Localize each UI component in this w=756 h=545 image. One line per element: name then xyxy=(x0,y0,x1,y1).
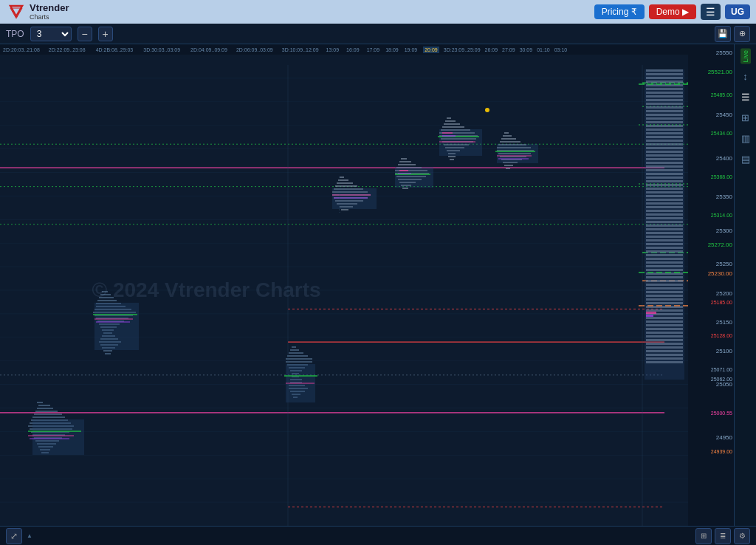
svg-rect-155 xyxy=(503,135,512,137)
time-label: 4D:2B:08..29:03 xyxy=(96,47,134,52)
svg-rect-131 xyxy=(399,170,408,171)
time-label: 26:09 xyxy=(485,47,498,52)
price-label-25128: 25128.00 xyxy=(711,333,732,338)
tpo-profile-5 xyxy=(395,158,433,189)
svg-rect-59 xyxy=(97,300,117,301)
svg-rect-34 xyxy=(37,402,43,403)
main-area: 2D:20:03..21:08 2D:22:09..23:08 4D:2B:08… xyxy=(0,44,756,526)
svg-rect-167 xyxy=(497,144,538,163)
expand-chart-button[interactable]: ⤢ xyxy=(6,528,22,544)
chart-type-grid-button[interactable]: ⊞ xyxy=(695,528,712,544)
time-label: 18:09 xyxy=(385,47,399,52)
price-label-24950: 24950 xyxy=(716,434,732,441)
svg-rect-147 xyxy=(448,156,456,157)
svg-rect-35 xyxy=(38,405,50,406)
chart-canvas: © 2024 Vtrender Charts xyxy=(0,55,688,526)
svg-rect-87 xyxy=(286,361,312,363)
time-label: 2D:20:03..21:08 xyxy=(3,47,40,52)
time-label: 30:09 xyxy=(520,47,533,52)
price-label-24939: 24939.00 xyxy=(711,449,732,454)
price-label-25272: 25272.00 xyxy=(708,241,732,248)
price-label-25300: 25300 xyxy=(716,227,732,234)
chart-list-button[interactable]: ≣ xyxy=(715,528,731,544)
price-label-25314: 25314.00 xyxy=(711,213,732,218)
chart-coords: ▲ xyxy=(27,532,32,539)
svg-rect-120 xyxy=(399,161,411,162)
chart-area[interactable]: 2D:20:03..21:08 2D:22:09..23:08 4D:2B:08… xyxy=(0,44,688,526)
save-icon-button[interactable]: 💾 xyxy=(715,26,731,42)
chart-svg xyxy=(0,55,688,526)
user-button[interactable]: UG xyxy=(725,4,750,19)
svg-rect-106 xyxy=(335,185,357,187)
svg-rect-76 xyxy=(103,350,112,352)
price-label-25485: 25485.00 xyxy=(711,92,732,97)
price-label-25368: 25368.00 xyxy=(711,174,732,179)
chart-settings-button[interactable]: ⚙ xyxy=(734,528,750,544)
time-axis: 2D:20:03..21:08 2D:22:09..23:08 4D:2B:08… xyxy=(0,44,688,55)
time-label: 3D:30:03..03:09 xyxy=(143,47,180,52)
time-label: 3D:10:09..12:09 xyxy=(282,47,319,52)
svg-rect-38 xyxy=(34,414,62,415)
svg-rect-137 xyxy=(442,126,464,128)
svg-rect-115 xyxy=(332,188,377,209)
tpo-profile-6 xyxy=(438,117,482,160)
sidebar-icon-grid2h[interactable]: ▥ xyxy=(738,131,754,147)
price-label-25150: 25150 xyxy=(716,319,732,326)
tpo-profile-2 xyxy=(93,291,139,354)
price-label-25200: 25200 xyxy=(716,290,732,297)
svg-rect-148 xyxy=(450,159,454,160)
chart-toolbar: TPO 3 5 10 15 30 − + 💾 ⊕ xyxy=(0,24,756,44)
topbar-right: Pricing ₹ Demo ▶ ☰ UG xyxy=(594,4,750,20)
time-label: 3D:23:09..25:09 xyxy=(444,47,481,52)
crosshair-icon-button[interactable]: ⊕ xyxy=(734,26,750,42)
svg-rect-83 xyxy=(290,349,299,351)
logo-subtext: Charts xyxy=(30,13,69,21)
price-label-25071: 25071.00 xyxy=(711,367,732,372)
svg-rect-36 xyxy=(37,408,53,409)
svg-rect-152 xyxy=(442,132,453,134)
svg-rect-257 xyxy=(646,315,653,317)
demo-button[interactable]: Demo ▶ xyxy=(649,4,696,19)
tpo-profile-3 xyxy=(284,346,317,402)
live-badge[interactable]: Live xyxy=(740,49,751,64)
tpo-period-select[interactable]: 3 5 10 15 30 xyxy=(30,27,72,41)
time-label: 01:10 xyxy=(537,47,550,52)
price-label-25250: 25250 xyxy=(716,261,732,267)
time-label: 19:09 xyxy=(405,47,418,52)
svg-rect-129 xyxy=(402,188,408,189)
svg-rect-103 xyxy=(340,176,344,178)
tpo-profile-4 xyxy=(332,176,377,213)
price-label-25100: 25100 xyxy=(716,348,732,354)
price-label-25230: 25230.00 xyxy=(708,270,732,277)
svg-rect-39 xyxy=(32,417,65,418)
sidebar-icon-menu[interactable]: ☰ xyxy=(738,89,754,106)
svg-rect-119 xyxy=(401,158,407,160)
time-label: 16:09 xyxy=(346,47,360,52)
svg-rect-86 xyxy=(286,358,312,360)
tpo-increase-button[interactable]: + xyxy=(98,27,113,41)
price-label-25050: 25050 xyxy=(716,381,732,388)
svg-rect-114 xyxy=(341,209,348,210)
price-label-25350: 25350 xyxy=(716,193,732,200)
svg-rect-156 xyxy=(501,138,516,140)
sidebar-icon-arrows[interactable]: ↕ xyxy=(738,69,754,85)
logo-text: Vtrender xyxy=(30,3,69,13)
svg-rect-82 xyxy=(292,346,296,348)
menu-button[interactable]: ☰ xyxy=(701,4,721,20)
toolbar-right: 💾 ⊕ xyxy=(715,26,750,42)
vtrender-logo-icon xyxy=(6,3,27,21)
pricing-button[interactable]: Pricing ₹ xyxy=(594,4,645,19)
price-label-25185: 25185.00 xyxy=(711,300,732,305)
svg-rect-165 xyxy=(504,165,513,166)
right-sidebar: Live ↕ ☰ ⊞ ▥ ▤ xyxy=(734,44,756,526)
tpo-decrease-button[interactable]: − xyxy=(78,27,92,41)
svg-rect-105 xyxy=(337,182,353,184)
sidebar-icon-grid4[interactable]: ⊞ xyxy=(738,110,754,126)
price-label-25450: 25450 xyxy=(716,112,732,118)
svg-rect-37 xyxy=(35,411,58,412)
svg-rect-135 xyxy=(445,120,456,122)
bottombar-left: ⤢ ▲ xyxy=(6,528,32,544)
sidebar-icon-grid2v[interactable]: ▤ xyxy=(738,151,754,168)
price-label-25000: 25000.55 xyxy=(711,411,732,416)
svg-rect-77 xyxy=(105,353,111,354)
